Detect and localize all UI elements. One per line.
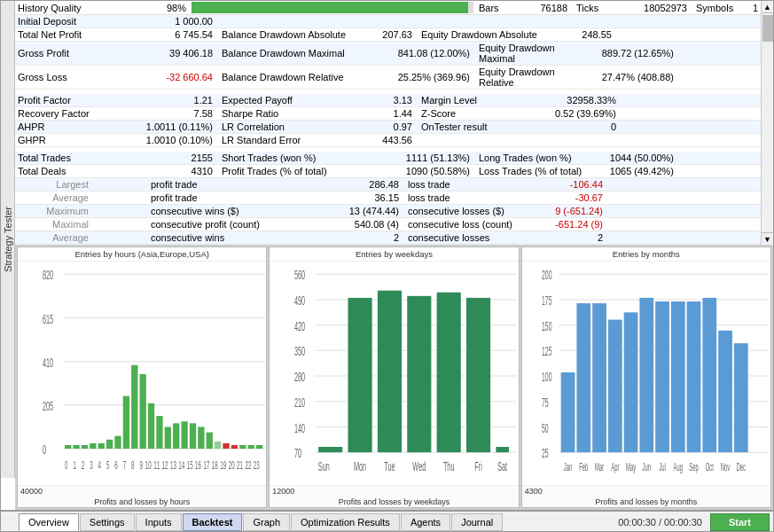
chart-months-label: Profits and losses by months xyxy=(522,497,770,507)
svg-rect-12 xyxy=(82,445,88,449)
svg-text:8: 8 xyxy=(131,458,134,471)
total-deals-row: Total Deals 4310 Profit Trades (% of tot… xyxy=(15,165,761,178)
loss-trade-avg-value: -30.67 xyxy=(514,192,603,203)
svg-rect-14 xyxy=(98,443,105,449)
svg-text:23: 23 xyxy=(254,458,260,471)
scroll-thumb[interactable] xyxy=(762,15,773,42)
svg-text:0: 0 xyxy=(43,443,46,457)
svg-text:Nov: Nov xyxy=(720,460,730,473)
chart-hours-body: 820 615 410 205 0 xyxy=(18,262,266,485)
svg-text:2: 2 xyxy=(82,458,84,471)
tab-overview[interactable]: Overview xyxy=(19,513,79,531)
consec-loss-label: consecutive loss (count) xyxy=(399,219,514,230)
gross-profit-row: Gross Profit 39 406.18 Balance Drawdown … xyxy=(15,42,761,66)
sharpe-ratio-value: 1.44 xyxy=(355,108,412,119)
svg-text:Jul: Jul xyxy=(659,460,666,473)
svg-rect-18 xyxy=(131,365,137,449)
profit-trade-label: profit trade xyxy=(142,179,284,190)
equity-drawdown-rel-value: 27.47% (408.88) xyxy=(585,72,674,82)
z-score-label: Z-Score xyxy=(412,108,528,119)
svg-text:560: 560 xyxy=(294,269,305,282)
initial-deposit-row: Initial Deposit 1 000.00 xyxy=(15,15,761,28)
svg-text:Apr: Apr xyxy=(611,460,620,473)
expected-payoff-value: 3.13 xyxy=(355,95,412,106)
gross-profit-label: Gross Profit xyxy=(18,48,142,59)
svg-text:Sun: Sun xyxy=(318,459,330,473)
chart-weekdays-label: Profits and losses by weekdays xyxy=(270,497,518,507)
ahpr-label: AHPR xyxy=(18,121,142,132)
consec-wins-value: 13 (474.44) xyxy=(284,206,399,216)
ghpr-label: GHPR xyxy=(18,135,142,145)
net-profit-row: Total Net Profit 6 745.54 Balance Drawdo… xyxy=(15,28,761,42)
svg-text:18: 18 xyxy=(212,458,218,471)
main-container: Strategy Tester Strategy Tester History … xyxy=(0,0,774,532)
svg-rect-27 xyxy=(207,433,213,449)
consec-profit-value: 540.08 (4) xyxy=(284,219,399,230)
svg-text:70: 70 xyxy=(294,447,301,460)
strategy-tester-label: Strategy Tester xyxy=(3,207,13,272)
svg-text:Sat: Sat xyxy=(498,459,508,473)
stats-section: History Quality 98% Bars 76188 Ticks 180… xyxy=(15,1,773,245)
svg-rect-30 xyxy=(231,445,238,449)
svg-text:350: 350 xyxy=(294,345,305,358)
svg-text:11: 11 xyxy=(153,458,160,471)
largest-row: Largest profit trade 286.48 loss trade -… xyxy=(15,178,761,192)
consec-losses2-value: 2 xyxy=(514,232,603,243)
profit-factor-label: Profit Factor xyxy=(18,95,142,106)
svg-text:Mon: Mon xyxy=(354,459,366,473)
chart-weekdays-svg: 560 490 420 350 280 210 140 70 xyxy=(294,265,516,483)
chart-hours-label: Profits and losses by hours xyxy=(18,497,266,507)
recovery-factor-label: Recovery Factor xyxy=(18,108,142,119)
svg-text:0: 0 xyxy=(65,458,68,471)
history-quality-row: History Quality 98% Bars 76188 Ticks 180… xyxy=(15,1,761,15)
start-button[interactable]: Start xyxy=(710,513,770,531)
svg-text:21: 21 xyxy=(237,458,243,471)
balance-drawdown-max-label: Balance Drawdown Maximal xyxy=(213,48,355,59)
svg-rect-108 xyxy=(623,312,637,452)
maximum-row: Maximum consecutive wins ($) 13 (474.44)… xyxy=(15,205,761,218)
equity-drawdown-max-label: Equity Drawdown Maximal xyxy=(470,43,585,64)
svg-rect-32 xyxy=(248,445,254,449)
loss-trades-value: 1065 (49.42%) xyxy=(585,166,674,176)
svg-rect-22 xyxy=(165,426,171,449)
svg-text:16: 16 xyxy=(195,458,201,471)
tab-journal[interactable]: Journal xyxy=(451,513,503,531)
history-quality-value: 98% xyxy=(142,3,186,13)
gross-loss-label: Gross Loss xyxy=(18,72,142,82)
chart-hours-svg: 820 615 410 205 0 xyxy=(43,265,264,483)
margin-level-value: 32958.33% xyxy=(528,95,616,106)
svg-rect-105 xyxy=(576,303,590,452)
total-trades-label: Total Trades xyxy=(18,153,142,163)
status-time: 00:00:30 / 00:00:30 xyxy=(611,517,709,528)
short-trades-label: Short Trades (won %) xyxy=(213,153,355,163)
bars-label: Bars xyxy=(479,3,523,13)
scroll-down-button[interactable]: ▼ xyxy=(762,232,774,245)
ghpr-value: 1.0010 (0.10%) xyxy=(142,135,213,145)
svg-rect-112 xyxy=(686,301,700,452)
tab-graph[interactable]: Graph xyxy=(243,513,290,531)
tab-backtest[interactable]: Backtest xyxy=(183,513,243,531)
svg-text:15: 15 xyxy=(187,458,193,471)
chart-weekdays: Entries by weekdays 560 490 420 350 280 … xyxy=(269,246,519,508)
recovery-factor-value: 7.58 xyxy=(142,108,213,119)
scroll-up-button[interactable]: ▲ xyxy=(762,1,774,13)
tab-inputs[interactable]: Inputs xyxy=(136,513,182,531)
total-trades-value: 2155 xyxy=(142,153,213,163)
svg-text:Mar: Mar xyxy=(595,460,605,473)
total-net-profit-value: 6 745.54 xyxy=(142,29,213,40)
svg-text:820: 820 xyxy=(43,269,53,282)
consec-wins-label: consecutive wins ($) xyxy=(142,206,284,216)
on-tester-label: OnTester result xyxy=(412,121,528,132)
tab-agents[interactable]: Agents xyxy=(401,513,450,531)
bars-value: 76188 xyxy=(523,3,567,13)
balance-drawdown-abs-value: 207.63 xyxy=(355,29,412,40)
tab-optimization[interactable]: Optimization Results xyxy=(291,513,400,531)
balance-drawdown-rel-label: Balance Drawdown Relative xyxy=(213,72,355,82)
total-deals-label: Total Deals xyxy=(18,166,142,176)
profit-trades-value: 1090 (50.58%) xyxy=(355,166,470,176)
scrollbar[interactable]: ▲ ▼ xyxy=(761,1,773,245)
equity-drawdown-rel-label: Equity Drawdown Relative xyxy=(470,66,585,88)
profit-trade-avg-value: 36.15 xyxy=(284,192,399,203)
svg-text:Wed: Wed xyxy=(413,459,426,473)
tab-settings[interactable]: Settings xyxy=(80,513,135,531)
